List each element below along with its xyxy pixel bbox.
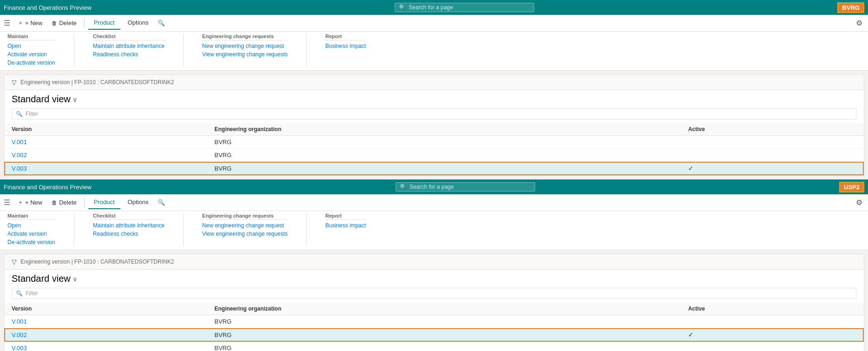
panel-2: ▽ Engineering version | FP-1010 : CARBON… [4,254,864,351]
ribbon-new-ecr-2[interactable]: New engineering change request [202,222,288,229]
ribbon-sep-5 [183,213,184,246]
ribbon-activate-2[interactable]: Activate version [7,230,55,238]
org-cell: BVRG [207,342,681,351]
version-cell[interactable]: V.002 [4,328,207,342]
options-tab-2[interactable]: Options [122,196,154,209]
filter-bar-2: 🔍 Filter [12,288,856,299]
active-cell [681,315,864,328]
filter-icon-1[interactable]: ▽ [12,79,17,86]
product-tab-2[interactable]: Product [88,196,120,209]
ribbon-business-impact-2[interactable]: Business impact [325,222,366,229]
org-cell: BVRG [207,162,681,175]
ribbon-ecr-items-2: New engineering change request View engi… [202,222,288,238]
toolbar-sep-1 [84,19,85,28]
chevron-icon-2[interactable]: ∨ [73,275,77,283]
ribbon-open-2[interactable]: Open [7,222,55,229]
version-cell[interactable]: V.003 [4,342,207,351]
version-cell[interactable]: V.001 [4,315,207,328]
table-row[interactable]: V.001 BVRG [4,136,864,149]
ribbon-1: Maintain Open Activate version De-activa… [0,32,868,71]
version-cell[interactable]: V.001 [4,136,207,149]
ribbon-new-ecr-1[interactable]: New engineering change request [202,42,288,50]
search-input-2[interactable] [410,184,531,190]
ribbon-maintain-items-2: Open Activate version De-activate versio… [7,222,55,246]
breadcrumb-1: Engineering version | FP-1010 : CARBONAT… [20,79,174,86]
ribbon-maintain-items-1: Open Activate version De-activate versio… [7,42,55,66]
table-row[interactable]: V.002 BVRG [4,149,864,162]
col-version-1: Version [4,123,207,136]
version-cell[interactable]: V.002 [4,149,207,162]
ribbon-readiness-1[interactable]: Readiness checks [93,51,165,58]
search-toolbar-icon-1[interactable]: 🔍 [158,20,165,26]
ribbon-view-ecr-1[interactable]: View engineering change requests [202,51,288,58]
table-row[interactable]: V.002 BVRG ✓ [4,328,864,342]
panel-header-1: ▽ Engineering version | FP-1010 : CARBON… [4,75,864,90]
options-tab-1[interactable]: Options [122,16,154,30]
ribbon-readiness-2[interactable]: Readiness checks [93,230,165,238]
ribbon-ecr-label-2: Engineering change requests [202,213,288,220]
ribbon-2: Maintain Open Activate version De-activa… [0,211,868,250]
filter-bar-1: 🔍 Filter [12,108,856,119]
org-cell: BVRG [207,149,681,162]
ribbon-checklist-label-2: Checklist [93,213,165,220]
ribbon-group-report-2: Report Business impact [325,213,366,246]
ribbon-checklist-items-2: Maintain attribute inheritance Readiness… [93,222,165,238]
panel-title-2: Standard view ∨ [4,270,864,288]
ribbon-checklist-label-1: Checklist [93,33,165,40]
ribbon-deactivate-1[interactable]: De-activate version [7,59,55,66]
filter-search-icon-1: 🔍 [16,111,23,117]
new-button-2[interactable]: ＋ + New [14,197,46,208]
hamburger-icon-2[interactable]: ☰ [4,198,10,207]
settings-icon-2[interactable]: ⚙ [854,196,864,209]
filter-icon-2[interactable]: ▽ [12,258,17,265]
ribbon-maintain-label-2: Maintain [7,213,55,220]
search-box-2[interactable]: 🔍 [396,182,535,192]
new-button-1[interactable]: ＋ + New [14,17,46,29]
search-toolbar-icon-2[interactable]: 🔍 [158,199,165,206]
version-cell[interactable]: V.003 [4,162,207,175]
ribbon-maintain-label-1: Maintain [7,33,55,40]
active-cell [681,149,864,162]
user-badge-1[interactable]: BVRG [837,2,864,13]
ribbon-maintain-attr-1[interactable]: Maintain attribute inheritance [93,42,165,50]
table-row[interactable]: V.001 BVRG [4,315,864,328]
active-cell: ✓ [681,162,864,175]
table-2: Version Engineering organization Active … [4,303,864,351]
ribbon-group-maintain-1: Maintain Open Activate version De-activa… [7,33,55,66]
ribbon-report-items-2: Business impact [325,222,366,229]
top-bar-1: Finance and Operations Preview 🔍 BVRG [0,0,868,15]
section-1: Finance and Operations Preview 🔍 BVRG ☰ … [0,0,868,176]
delete-button-2[interactable]: 🗑 Delete [48,197,80,208]
ribbon-group-maintain-2: Maintain Open Activate version De-activa… [7,213,55,246]
ribbon-business-impact-1[interactable]: Business impact [325,42,366,50]
ribbon-view-ecr-2[interactable]: View engineering change requests [202,230,288,238]
ribbon-deactivate-2[interactable]: De-activate version [7,238,55,246]
table-body-2: V.001 BVRG V.002 BVRG ✓ V.003 BVRG [4,315,864,351]
settings-icon-1[interactable]: ⚙ [854,17,864,29]
hamburger-icon-1[interactable]: ☰ [4,19,10,27]
col-active-1: Active [681,123,864,136]
user-badge-2[interactable]: USP2 [839,182,864,192]
top-bar-right-2: USP2 [839,182,864,192]
ribbon-sep-3 [306,33,307,66]
chevron-icon-1[interactable]: ∨ [73,96,77,103]
product-tab-1[interactable]: Product [88,16,120,30]
table-row[interactable]: V.003 BVRG ✓ [4,162,864,175]
col-org-2: Engineering organization [207,303,681,315]
table-row[interactable]: V.003 BVRG [4,342,864,351]
ribbon-group-ecr-2: Engineering change requests New engineer… [202,213,288,246]
panel-title-1: Standard view ∨ [4,90,864,108]
ribbon-maintain-attr-2[interactable]: Maintain attribute inheritance [93,222,165,229]
search-input-1[interactable] [409,4,530,11]
plus-icon-1: ＋ [18,19,23,27]
active-cell: ✓ [681,328,864,342]
table-header-row-1: Version Engineering organization Active [4,123,864,136]
ribbon-sep-2 [183,33,184,66]
search-box-1[interactable]: 🔍 [395,3,534,12]
app-title-1: Finance and Operations Preview [4,4,92,11]
ribbon-open-1[interactable]: Open [7,42,55,50]
delete-button-1[interactable]: 🗑 Delete [48,18,80,28]
app-title-2: Finance and Operations Preview [4,184,92,191]
ribbon-activate-1[interactable]: Activate version [7,51,55,58]
ribbon-ecr-label-1: Engineering change requests [202,33,288,40]
